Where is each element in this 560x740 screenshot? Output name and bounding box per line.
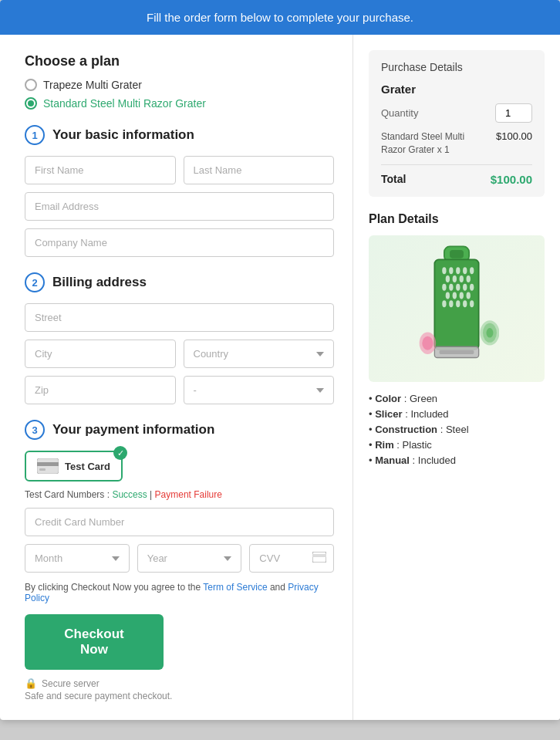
- grater-svg: [414, 243, 499, 374]
- test-card-note: Test Card Numbers : Success | Payment Fa…: [25, 489, 334, 500]
- card-label: Test Card: [65, 461, 110, 472]
- secure-sub-text: Safe and secure payment checkout.: [25, 691, 334, 701]
- svg-point-37: [422, 336, 433, 350]
- svg-point-23: [453, 292, 457, 299]
- total-value: $100.00: [491, 173, 532, 186]
- plan-label-1: Trapeze Multi Grater: [43, 79, 142, 91]
- svg-point-10: [456, 267, 460, 274]
- svg-point-29: [463, 300, 467, 307]
- step1-title: Your basic information: [52, 127, 194, 143]
- step3-header: 3 Your payment information: [25, 420, 334, 440]
- email-row: [25, 192, 334, 221]
- svg-rect-2: [39, 468, 46, 471]
- quantity-label: Quantity: [381, 107, 418, 119]
- secure-info: 🔒 Secure server: [25, 677, 334, 689]
- test-card-sep: |: [147, 489, 155, 500]
- main-content: Choose a plan Trapeze Multi Grater Stand…: [0, 35, 560, 720]
- step2-title: Billing address: [52, 275, 147, 290]
- svg-point-11: [463, 267, 467, 274]
- terms-of-service-link[interactable]: Term of Service: [203, 582, 267, 593]
- svg-point-9: [449, 267, 453, 274]
- purchase-details-title: Purchase Details: [381, 61, 532, 73]
- test-card-success-link[interactable]: Success: [112, 489, 147, 500]
- svg-point-16: [467, 275, 471, 282]
- step1-header: 1 Your basic information: [25, 125, 334, 145]
- secure-server-text: Secure server: [42, 678, 100, 689]
- quantity-input[interactable]: [495, 103, 532, 123]
- email-input[interactable]: [25, 192, 334, 221]
- price-value: $100.00: [496, 130, 532, 142]
- first-name-input[interactable]: [25, 156, 176, 184]
- step2-header: 2 Billing address: [25, 272, 334, 292]
- total-row: Total $100.00: [381, 173, 532, 186]
- year-select[interactable]: Year: [137, 544, 242, 573]
- svg-point-21: [470, 283, 474, 290]
- svg-point-22: [446, 292, 450, 299]
- svg-point-35: [486, 328, 493, 338]
- company-input[interactable]: [25, 228, 334, 257]
- company-row: [25, 228, 334, 257]
- svg-point-15: [460, 275, 464, 282]
- plan-feature: Manual : Included: [369, 454, 545, 466]
- city-input[interactable]: [25, 340, 176, 368]
- step1-number: 1: [25, 125, 45, 145]
- svg-point-28: [456, 300, 460, 307]
- street-row: [25, 303, 334, 332]
- svg-point-24: [460, 292, 464, 299]
- test-card-prefix: Test Card Numbers :: [25, 489, 112, 500]
- plan-label-2: Standard Steel Multi Razor Grater: [43, 97, 206, 110]
- lock-icon: 🔒: [25, 677, 37, 689]
- zip-input[interactable]: [25, 376, 176, 404]
- zip-state-row: -: [25, 376, 334, 404]
- svg-point-20: [463, 283, 467, 290]
- plan-features-list: Color : GreenSlicer : IncludedConstructi…: [369, 393, 545, 466]
- plan-option-1[interactable]: Trapeze Multi Grater: [25, 79, 334, 91]
- page-wrapper: Fill the order form below to complete yo…: [0, 0, 560, 720]
- svg-rect-6: [450, 250, 464, 258]
- terms-middle: and: [268, 582, 288, 593]
- svg-point-14: [453, 275, 457, 282]
- radio-trapeze[interactable]: [25, 79, 37, 91]
- card-option[interactable]: ✓ Test Card: [25, 451, 123, 482]
- name-row: [25, 156, 334, 184]
- banner-text: Fill the order form below to complete yo…: [147, 11, 413, 24]
- price-desc: Standard Steel Multi Razor Grater x 1: [381, 130, 466, 157]
- top-banner: Fill the order form below to complete yo…: [0, 0, 560, 35]
- cvv-wrap: [249, 544, 334, 573]
- svg-point-13: [446, 275, 450, 282]
- checkout-button[interactable]: Checkout Now: [25, 614, 164, 670]
- grater-image: [369, 235, 545, 382]
- city-country-row: Country: [25, 340, 334, 368]
- svg-point-12: [470, 267, 474, 274]
- left-panel: Choose a plan Trapeze Multi Grater Stand…: [0, 35, 353, 720]
- svg-rect-32: [440, 350, 474, 353]
- quantity-row: Quantity: [381, 103, 532, 123]
- terms-prefix: By clicking Checkout Now you agree to th…: [25, 582, 203, 593]
- product-name: Grater: [381, 83, 532, 96]
- step3-number: 3: [25, 420, 45, 440]
- svg-point-8: [442, 267, 446, 274]
- month-select[interactable]: Month: [25, 544, 130, 573]
- svg-point-27: [449, 300, 453, 307]
- total-label: Total: [381, 173, 406, 185]
- svg-point-30: [470, 300, 474, 307]
- step2-number: 2: [25, 272, 45, 292]
- cc-input[interactable]: [25, 508, 334, 536]
- plan-feature: Color : Green: [369, 393, 545, 404]
- price-row: Standard Steel Multi Razor Grater x 1 $1…: [381, 130, 532, 165]
- last-name-input[interactable]: [184, 156, 335, 184]
- plan-feature: Construction : Steel: [369, 424, 545, 435]
- test-card-failure-link[interactable]: Payment Failure: [155, 489, 222, 500]
- street-input[interactable]: [25, 303, 334, 332]
- choose-plan-title: Choose a plan: [25, 53, 334, 69]
- svg-point-19: [456, 283, 460, 290]
- svg-rect-1: [37, 462, 59, 466]
- plan-option-2[interactable]: Standard Steel Multi Razor Grater: [25, 97, 334, 110]
- country-select[interactable]: Country: [184, 340, 335, 368]
- state-select[interactable]: -: [184, 376, 335, 404]
- card-icon: [37, 458, 59, 474]
- plan-feature: Rim : Plastic: [369, 439, 545, 451]
- radio-standard[interactable]: [25, 97, 37, 110]
- right-panel: Purchase Details Grater Quantity Standar…: [353, 35, 560, 720]
- terms-text: By clicking Checkout Now you agree to th…: [25, 582, 334, 603]
